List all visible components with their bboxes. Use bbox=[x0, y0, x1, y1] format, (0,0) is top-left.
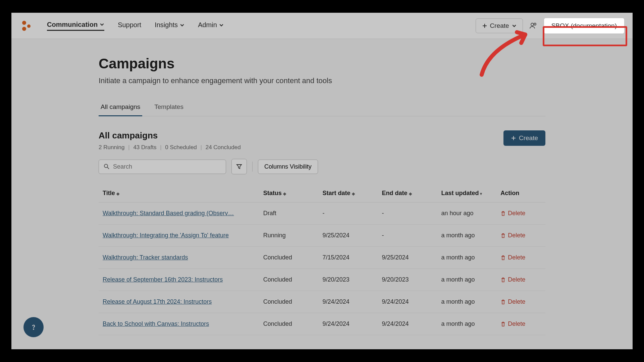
nav-label: Admin bbox=[198, 21, 217, 29]
columns-visibility-button[interactable]: Columns Visibility bbox=[258, 160, 318, 174]
summary-drafts: 43 Drafts bbox=[133, 144, 156, 150]
delete-button[interactable]: Delete bbox=[500, 320, 541, 327]
summary-concluded: 24 Concluded bbox=[206, 144, 241, 150]
trash-icon bbox=[500, 299, 506, 305]
cell-start-date: - bbox=[319, 202, 378, 225]
user-group-icon[interactable] bbox=[529, 21, 538, 30]
button-label: SBOX (documentation) bbox=[551, 22, 617, 29]
chevron-down-icon bbox=[100, 22, 104, 27]
trash-icon bbox=[500, 277, 506, 283]
delete-button[interactable]: Delete bbox=[500, 254, 541, 261]
delete-button[interactable]: Delete bbox=[500, 210, 541, 217]
cell-last-updated: a month ago bbox=[437, 291, 496, 313]
column-header-action: Action bbox=[496, 184, 545, 202]
main-nav: Communication Support Insights Admin bbox=[47, 21, 224, 31]
cell-status: Concluded bbox=[259, 247, 319, 269]
campaign-title-link[interactable]: Release of September 16th 2023: Instruct… bbox=[103, 276, 223, 283]
nav-insights[interactable]: Insights bbox=[155, 21, 184, 30]
button-label: Create bbox=[490, 22, 509, 29]
cell-status: Running bbox=[259, 225, 319, 247]
campaign-title-link[interactable]: Back to School with Canvas: Instructors bbox=[103, 320, 209, 327]
delete-button[interactable]: Delete bbox=[500, 232, 541, 239]
svg-point-1 bbox=[27, 24, 31, 28]
svg-point-3 bbox=[531, 23, 534, 26]
cell-start-date: 9/24/2024 bbox=[319, 313, 378, 335]
content-tabs: All campaigns Templates bbox=[99, 99, 545, 116]
search-container bbox=[99, 160, 226, 174]
cell-last-updated: a month ago bbox=[437, 225, 496, 247]
campaign-title-link[interactable]: Walkthrough: Tracker standards bbox=[103, 254, 188, 261]
table-row: Release of September 16th 2023: Instruct… bbox=[99, 269, 545, 291]
table-row: Back to School with Canvas: Instructors … bbox=[99, 313, 545, 335]
table-row: Walkthrough: Standard Based grading (Obs… bbox=[99, 202, 545, 225]
nav-label: Communication bbox=[47, 21, 98, 28]
trash-icon bbox=[500, 233, 506, 238]
svg-point-2 bbox=[22, 27, 26, 31]
svg-point-6 bbox=[33, 329, 34, 329]
cell-last-updated: a month ago bbox=[437, 313, 496, 335]
header-create-button[interactable]: Create bbox=[476, 18, 523, 33]
column-header-title[interactable]: Title◆ bbox=[99, 184, 259, 202]
column-header-start-date[interactable]: Start date◆ bbox=[319, 184, 378, 202]
environment-selector-button[interactable]: SBOX (documentation) bbox=[544, 18, 625, 34]
campaigns-table: Title◆ Status◆ Start date◆ End date◆ Las… bbox=[99, 184, 545, 335]
separator bbox=[252, 162, 253, 172]
nav-admin[interactable]: Admin bbox=[198, 21, 224, 30]
campaign-title-link[interactable]: Walkthrough: Integrating the 'Assign To'… bbox=[103, 232, 229, 239]
search-input[interactable] bbox=[113, 163, 221, 170]
delete-button[interactable]: Delete bbox=[500, 298, 541, 305]
filter-button[interactable] bbox=[231, 159, 247, 174]
question-icon bbox=[30, 323, 38, 331]
column-header-status[interactable]: Status◆ bbox=[259, 184, 319, 202]
summary-scheduled: 0 Scheduled bbox=[165, 144, 197, 150]
button-label: Create bbox=[519, 134, 538, 142]
cell-last-updated: a month ago bbox=[437, 247, 496, 269]
delete-button[interactable]: Delete bbox=[500, 276, 541, 283]
cell-end-date: - bbox=[378, 202, 437, 225]
trash-icon bbox=[500, 211, 506, 216]
cell-end-date: - bbox=[378, 225, 437, 247]
svg-point-4 bbox=[534, 23, 536, 25]
search-icon bbox=[104, 164, 110, 170]
nav-label: Support bbox=[118, 21, 141, 29]
filter-icon bbox=[236, 163, 243, 170]
status-summary: 2 Running | 43 Drafts | 0 Scheduled | 24… bbox=[99, 144, 241, 151]
section-title: All campaigns bbox=[99, 130, 241, 141]
cell-end-date: 9/24/2024 bbox=[378, 291, 437, 313]
cell-start-date: 9/20/2023 bbox=[319, 269, 378, 291]
campaign-title-link[interactable]: Walkthrough: Standard Based grading (Obs… bbox=[103, 210, 234, 217]
cell-status: Concluded bbox=[259, 291, 319, 313]
cell-start-date: 9/25/2024 bbox=[319, 225, 378, 247]
plus-icon bbox=[482, 23, 487, 28]
tab-templates[interactable]: Templates bbox=[152, 99, 185, 116]
nav-support[interactable]: Support bbox=[118, 21, 141, 30]
cell-last-updated: a month ago bbox=[437, 269, 496, 291]
top-header: Communication Support Insights Admin Cre… bbox=[11, 13, 633, 39]
nav-label: Insights bbox=[155, 21, 178, 29]
summary-running: 2 Running bbox=[99, 144, 125, 150]
column-header-end-date[interactable]: End date◆ bbox=[378, 184, 437, 202]
column-header-last-updated[interactable]: Last updated▾ bbox=[437, 184, 496, 202]
create-campaign-button[interactable]: Create bbox=[503, 130, 545, 146]
cell-status: Concluded bbox=[259, 313, 319, 335]
chevron-down-icon bbox=[180, 23, 184, 27]
svg-point-5 bbox=[104, 164, 108, 168]
chevron-down-icon bbox=[512, 23, 517, 28]
app-logo[interactable] bbox=[19, 19, 34, 33]
svg-point-0 bbox=[22, 21, 26, 25]
cell-status: Draft bbox=[259, 202, 319, 225]
trash-icon bbox=[500, 255, 506, 260]
plus-icon bbox=[511, 135, 516, 141]
page-subtitle: Initiate a campaign to enhance engagemen… bbox=[99, 76, 545, 85]
help-button[interactable] bbox=[23, 317, 44, 337]
tab-all-campaigns[interactable]: All campaigns bbox=[99, 99, 142, 116]
nav-communication[interactable]: Communication bbox=[47, 21, 104, 31]
table-row: Walkthrough: Integrating the 'Assign To'… bbox=[99, 225, 545, 247]
trash-icon bbox=[500, 321, 506, 327]
cell-status: Concluded bbox=[259, 269, 319, 291]
cell-end-date: 9/24/2024 bbox=[378, 313, 437, 335]
campaign-title-link[interactable]: Release of August 17th 2024: Instructors bbox=[103, 298, 212, 305]
cell-end-date: 9/20/2023 bbox=[378, 269, 437, 291]
cell-start-date: 9/24/2024 bbox=[319, 291, 378, 313]
page-title: Campaigns bbox=[99, 56, 545, 72]
